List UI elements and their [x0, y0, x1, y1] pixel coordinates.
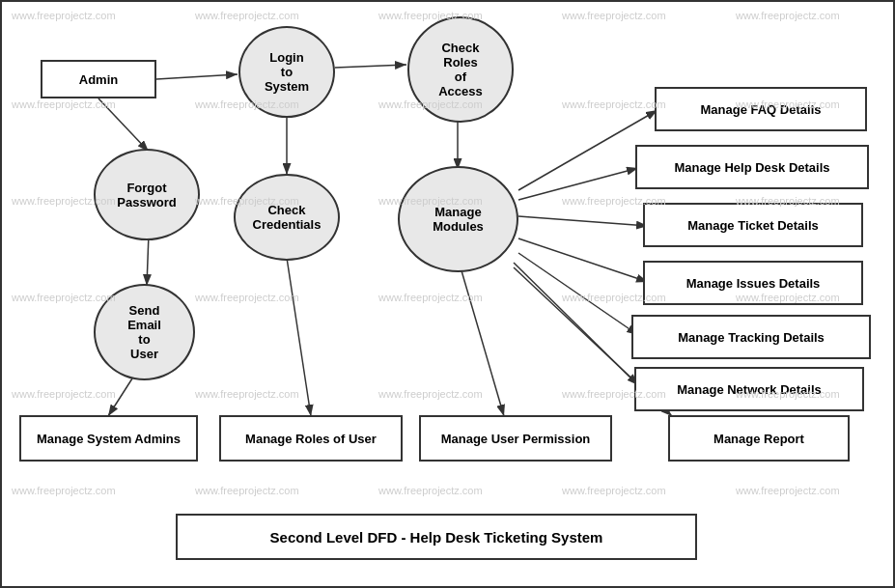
title-box: Second Level DFD - Help Desk Ticketing S… [176, 514, 697, 560]
admin-node: Admin [41, 60, 156, 98]
forgot-password-node: Forgot Password [94, 149, 200, 240]
watermark-16: www.freeprojectz.com [12, 292, 116, 303]
manage-roles-node: Manage Roles of User [219, 415, 403, 462]
check-credentials-node: Check Credentials [234, 174, 340, 261]
manage-network-node: Manage Network Details [634, 367, 864, 411]
manage-modules-node: Manage Modules [398, 166, 518, 272]
watermark-30: www.freeprojectz.com [736, 485, 840, 496]
manage-issues-node: Manage Issues Details [643, 261, 863, 305]
watermark-5: www.freeprojectz.com [736, 10, 840, 21]
svg-line-13 [518, 238, 648, 282]
svg-line-8 [287, 258, 311, 416]
svg-line-5 [335, 65, 406, 68]
diagram-container: Admin Login to System Check Roles of Acc… [0, 0, 895, 588]
manage-faq-node: Manage FAQ Details [655, 87, 867, 131]
manage-ticket-node: Manage Ticket Details [643, 203, 863, 247]
manage-user-permission-node: Manage User Permission [419, 415, 612, 462]
svg-line-2 [98, 98, 149, 152]
watermark-22: www.freeprojectz.com [195, 388, 299, 400]
manage-tracking-node: Manage Tracking Details [631, 315, 871, 359]
manage-report-node: Manage Report [668, 415, 850, 462]
svg-line-9 [461, 267, 504, 416]
watermark-26: www.freeprojectz.com [12, 485, 116, 496]
watermark-18: www.freeprojectz.com [378, 292, 483, 303]
watermark-2: www.freeprojectz.com [195, 10, 299, 21]
watermark-9: www.freeprojectz.com [562, 98, 666, 110]
watermark-27: www.freeprojectz.com [195, 485, 299, 496]
svg-line-7 [108, 378, 132, 416]
svg-line-1 [156, 74, 238, 79]
svg-line-6 [147, 234, 149, 286]
watermark-21: www.freeprojectz.com [12, 388, 116, 400]
login-node: Login to System [238, 26, 335, 118]
send-email-node: Send Email to User [94, 284, 195, 380]
svg-line-15 [514, 263, 638, 385]
watermark-17: www.freeprojectz.com [195, 292, 299, 303]
manage-helpdesk-node: Manage Help Desk Details [635, 145, 869, 189]
manage-system-admins-node: Manage System Admins [19, 415, 198, 462]
watermark-4: www.freeprojectz.com [562, 10, 666, 21]
svg-line-14 [518, 253, 638, 335]
watermark-28: www.freeprojectz.com [378, 485, 483, 496]
svg-line-12 [518, 216, 648, 226]
watermark-1: www.freeprojectz.com [12, 10, 116, 21]
svg-line-11 [518, 168, 638, 200]
watermark-23: www.freeprojectz.com [378, 388, 483, 400]
watermark-29: www.freeprojectz.com [562, 485, 666, 496]
check-roles-access-node: Check Roles of Access [407, 16, 514, 123]
watermark-6: www.freeprojectz.com [12, 98, 116, 110]
